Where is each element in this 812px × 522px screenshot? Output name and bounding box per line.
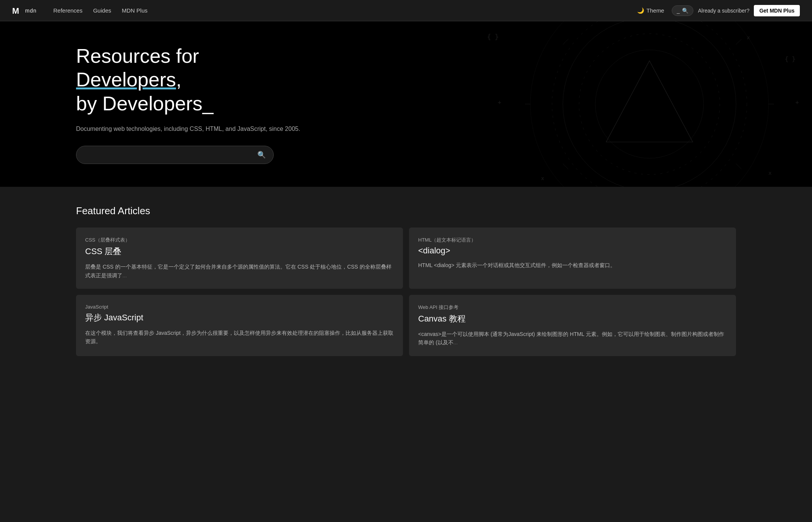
article-desc-canvas: <canvas>是一个可以使用脚本 (通常为JavaScript) 来绘制图形的… [418,330,727,347]
theme-button[interactable]: 🌙 Theme [634,5,668,16]
hero-title-highlight: Developers [76,68,176,91]
search-button[interactable]: _ 🔍 [672,5,693,16]
search-icon: 🔍 [682,8,688,14]
nav-link-mdn-plus[interactable]: MDN Plus [117,5,152,16]
article-category-js: JavaScript [85,304,394,310]
svg-point-3 [531,21,769,187]
moon-icon: 🌙 [637,7,644,14]
articles-grid: CSS（层叠样式表） CSS 层叠 层叠是 CSS 的一个基本特征，它是一个定义… [76,228,736,356]
article-card-css[interactable]: CSS（层叠样式表） CSS 层叠 层叠是 CSS 的一个基本特征，它是一个定义… [76,228,403,289]
main-content: Featured Articles CSS（层叠样式表） CSS 层叠 层叠是 … [0,187,812,374]
hero-search-bar: 🔍 [76,146,274,164]
theme-label: Theme [647,7,665,14]
article-category-html: HTML（超文本标记语言） [418,237,727,243]
svg-text:x: x [747,35,750,40]
article-category-canvas: Web API 接口参考 [418,304,727,311]
svg-marker-24 [606,61,693,142]
hero-title: Resources for Developers, by Developers_ [76,44,304,115]
hero-title-end: by Developers_ [76,92,213,115]
hero-decoration: { } { } { } { { } } + + + x x x [325,21,812,187]
svg-line-23 [736,164,742,169]
svg-text:+: + [796,99,799,105]
logo-text: mdn [25,8,36,14]
hero-title-comma: , [176,68,181,91]
get-mdn-plus-button[interactable]: Get MDN Plus [754,5,800,16]
svg-text:M: M [12,6,19,16]
svg-text:x: x [541,175,544,181]
hero-content: Resources for Developers, by Developers_… [76,44,304,164]
svg-text:+: + [498,99,501,105]
svg-point-1 [563,21,736,187]
nav-link-references[interactable]: References [49,5,87,16]
svg-text:x: x [769,170,772,176]
svg-line-20 [563,39,568,45]
article-title-canvas: Canvas 教程 [418,313,727,325]
subscriber-link[interactable]: Already a subscriber? [698,8,749,14]
search-icon-hero: 🔍 [257,151,266,159]
main-nav: M mdn References Guides MDN Plus 🌙 Theme… [0,0,812,21]
hero-title-start: Resources for [76,45,199,67]
svg-text:{ }: { } [487,33,499,41]
article-card-js[interactable]: JavaScript 异步 JavaScript 在这个模块，我们将查看异步 J… [76,295,403,356]
logo-link[interactable]: M mdn [12,5,36,16]
svg-line-21 [736,39,742,45]
article-card-canvas[interactable]: Web API 接口参考 Canvas 教程 <canvas>是一个可以使用脚本… [409,295,736,356]
hero-subtitle: Documenting web technologies, including … [76,124,304,134]
featured-articles-title: Featured Articles [76,205,736,217]
svg-point-18 [552,21,747,187]
mdn-logo-icon: M [12,5,23,16]
nav-link-guides[interactable]: Guides [89,5,116,16]
search-shortcut: _ [677,8,680,14]
article-card-html[interactable]: HTML（超文本标记语言） <dialog> HTML <dialog> 元素表… [409,228,736,289]
article-desc-html: HTML <dialog> 元素表示一个对话框或其他交互式组件，例如一个检查器或… [418,261,727,269]
article-title-css: CSS 层叠 [85,246,394,257]
svg-point-19 [579,33,720,174]
article-desc-css: 层叠是 CSS 的一个基本特征，它是一个定义了如何合并来自多个源的属性值的算法。… [85,263,394,280]
svg-line-22 [563,164,568,169]
svg-text:{ }: { } [785,55,796,62]
article-title-js: 异步 JavaScript [85,312,394,323]
article-category-css: CSS（层叠样式表） [85,237,394,243]
hero-section: { } { } { } { { } } + + + x x x [0,21,812,187]
nav-links: References Guides MDN Plus [49,5,634,16]
nav-right: 🌙 Theme _ 🔍 Already a subscriber? Get MD… [634,5,800,16]
article-desc-js: 在这个模块，我们将查看异步 JavaScript，异步为什么很重要，以及怎样使用… [85,329,394,346]
hero-search-input[interactable] [84,151,257,158]
article-title-html: <dialog> [418,246,727,256]
